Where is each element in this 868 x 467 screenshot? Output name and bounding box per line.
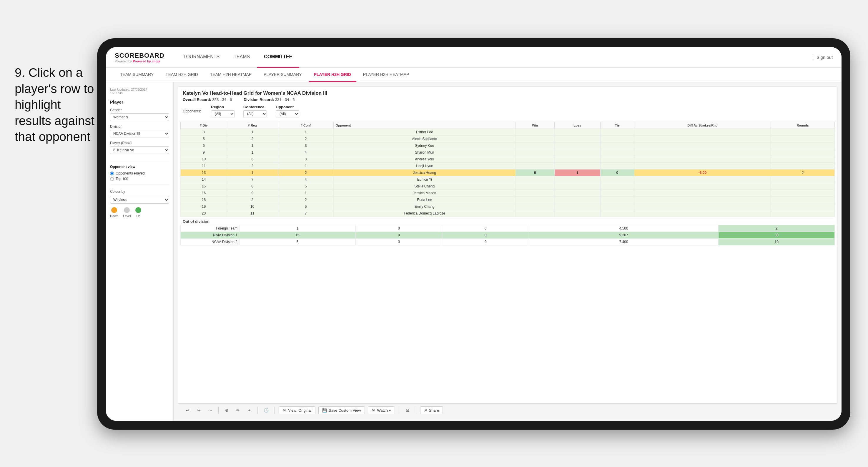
table-row[interactable]: 1822Euna Lee bbox=[181, 196, 835, 203]
sub-nav: TEAM SUMMARY TEAM H2H GRID TEAM H2H HEAT… bbox=[106, 68, 841, 83]
share-label: Share bbox=[429, 408, 439, 412]
col-win: Win bbox=[516, 122, 555, 129]
subnav-player-summary[interactable]: PLAYER SUMMARY bbox=[258, 67, 307, 82]
edit-button[interactable]: ✏ bbox=[234, 406, 242, 414]
table-row[interactable]: 914Sharon Mun bbox=[181, 149, 835, 156]
table-row[interactable]: 311Esther Lee bbox=[181, 129, 835, 136]
timestamp: Last Updated: 27/03/2024 16:55:38 bbox=[110, 88, 169, 95]
opponent-view-label: Opponent view bbox=[110, 165, 169, 169]
player-rank-select[interactable]: 8. Katelyn Vo bbox=[110, 146, 169, 154]
grid-header: Katelyn Vo Head-to-Head Grid for Women's… bbox=[178, 87, 837, 122]
table-row[interactable]: 1121Haeji Hyun bbox=[181, 163, 835, 169]
colour-by-select[interactable]: Win/loss bbox=[110, 196, 169, 204]
top-nav-right: | Sign out bbox=[812, 55, 833, 60]
colour-dots: Down Level Up bbox=[110, 207, 169, 218]
col-rounds: Rounds bbox=[771, 122, 835, 129]
subnav-player-h2h-heatmap[interactable]: PLAYER H2H HEATMAP bbox=[358, 67, 414, 82]
table-row[interactable]: 1474Eunice Yi bbox=[181, 176, 835, 183]
subnav-team-h2h-heatmap[interactable]: TEAM H2H HEATMAP bbox=[205, 67, 257, 82]
share-button[interactable]: ↗ Share bbox=[420, 406, 443, 414]
radio-opponents-played[interactable]: Opponents Played bbox=[110, 171, 169, 176]
player-section-title: Player bbox=[110, 99, 169, 104]
grid-panel: Katelyn Vo Head-to-Head Grid for Women's… bbox=[178, 87, 837, 403]
toolbar-sep5 bbox=[416, 407, 416, 414]
foreign-team-label: Foreign Team bbox=[181, 225, 240, 232]
gender-label: Gender bbox=[110, 108, 169, 112]
logo-powered: Powered by Powered by clippi bbox=[115, 59, 164, 63]
col-diff: Diff Av Strokes/Rnd bbox=[634, 122, 771, 129]
plus-button[interactable]: + bbox=[245, 406, 253, 414]
out-of-div-row-ncaa2[interactable]: NCAA Division 2 5 0 0 7.400 10 bbox=[181, 239, 835, 245]
division-select[interactable]: NCAA Division III NCAA Division I NCAA D… bbox=[110, 130, 169, 137]
radio-top100[interactable]: Top 100 bbox=[110, 177, 169, 181]
logo: SCOREBOARD Powered by Powered by clippi bbox=[115, 52, 164, 63]
add-button[interactable]: ⊕ bbox=[223, 406, 231, 414]
table-row[interactable]: 19106Emily Chang bbox=[181, 203, 835, 210]
ncaa2-label: NCAA Division 2 bbox=[181, 239, 240, 245]
subnav-team-h2h-grid[interactable]: TEAM H2H GRID bbox=[160, 67, 203, 82]
ncaa2-diff: 7.400 bbox=[529, 239, 718, 245]
table-row[interactable]: 1063Andrea York bbox=[181, 156, 835, 163]
tablet-screen: SCOREBOARD Powered by Powered by clippi … bbox=[106, 47, 841, 421]
watch-button[interactable]: 👁 Watch ▾ bbox=[368, 406, 395, 414]
out-of-div-row-naia1[interactable]: NAIA Division 1 15 0 0 9.267 30 bbox=[181, 232, 835, 239]
subnav-player-h2h-grid[interactable]: PLAYER H2H GRID bbox=[309, 67, 356, 82]
grid-records: Overall Record: 353 - 34 - 6 Division Re… bbox=[183, 97, 832, 102]
grid-icon[interactable]: ⊡ bbox=[403, 406, 412, 414]
naia1-loss: 0 bbox=[355, 232, 442, 239]
save-custom-view-button[interactable]: 💾 Save Custom View bbox=[318, 406, 365, 414]
division-label: Division bbox=[110, 124, 169, 129]
main-content: Last Updated: 27/03/2024 16:55:38 Player… bbox=[106, 83, 841, 421]
foreign-diff: 4.500 bbox=[529, 225, 718, 232]
toolbar-sep4 bbox=[399, 407, 399, 414]
subnav-team-summary[interactable]: TEAM SUMMARY bbox=[115, 67, 159, 82]
nav-tournaments[interactable]: TOURNAMENTS bbox=[176, 47, 226, 68]
sign-out-link[interactable]: Sign out bbox=[816, 55, 833, 60]
table-row[interactable]: 20117Federica Domecq Lacroze bbox=[181, 210, 835, 217]
step-number: 9. bbox=[15, 66, 25, 80]
bottom-toolbar: ↩ ↪ ⤳ ⊕ ✏ + 🕐 👁 View: Original 💾 bbox=[178, 403, 837, 417]
opponent-select[interactable]: (All) bbox=[276, 111, 299, 117]
colour-legend: Colour by Win/loss Down Level bbox=[110, 189, 169, 218]
nav-teams[interactable]: TEAMS bbox=[226, 47, 257, 68]
gender-select[interactable]: Women's Men's bbox=[110, 113, 169, 121]
toolbar-sep1 bbox=[218, 407, 219, 414]
nav-committee[interactable]: COMMITTEE bbox=[257, 47, 299, 68]
table-row[interactable]: 1585Stella Cheng bbox=[181, 183, 835, 190]
col-reg: # Reg bbox=[227, 122, 278, 129]
filter-region: Region (All) bbox=[211, 105, 235, 117]
conference-select[interactable]: (All) bbox=[243, 111, 267, 117]
naia1-tie: 0 bbox=[442, 232, 529, 239]
division-record: Division Record: 331 - 34 - 6 bbox=[244, 97, 294, 102]
out-of-div-table: Foreign Team 1 0 0 4.500 2 NAIA Division… bbox=[180, 225, 835, 245]
view-original-button[interactable]: 👁 View: Original bbox=[279, 406, 315, 414]
out-of-div-row-foreign[interactable]: Foreign Team 1 0 0 4.500 2 bbox=[181, 225, 835, 232]
naia1-diff: 9.267 bbox=[529, 232, 718, 239]
filter-conference: Conference (All) bbox=[243, 105, 267, 117]
save-icon: 💾 bbox=[322, 408, 327, 412]
forward-button[interactable]: ⤳ bbox=[206, 406, 214, 414]
ncaa2-tie: 0 bbox=[442, 239, 529, 245]
table-row[interactable]: 613Sydney Kuo bbox=[181, 143, 835, 149]
region-select[interactable]: (All) bbox=[211, 111, 235, 117]
table-row[interactable]: 522Alexis Sudjianto bbox=[181, 136, 835, 143]
watch-icon: 👁 bbox=[372, 408, 375, 412]
view-original-label: View: Original bbox=[288, 408, 312, 412]
ncaa2-loss: 0 bbox=[355, 239, 442, 245]
tablet-frame: SCOREBOARD Powered by Powered by clippi … bbox=[97, 38, 850, 430]
colour-by-label: Colour by bbox=[110, 189, 169, 194]
share-icon: ↗ bbox=[424, 408, 427, 412]
table-row[interactable]: 1691Jessica Mason bbox=[181, 190, 835, 196]
instruction-text: 9. Click on a player's row to highlight … bbox=[15, 65, 97, 145]
filter-row: Opponents: Region (All) Conference bbox=[183, 105, 832, 117]
instruction-body: Click on a player's row to highlight res… bbox=[15, 66, 94, 144]
dot-down: Down bbox=[110, 207, 118, 218]
data-table-container[interactable]: # Div # Reg # Conf Opponent Win Loss Tie… bbox=[178, 122, 837, 403]
table-row[interactable]: 1312Jessica Huang010-3.002 bbox=[181, 169, 835, 176]
undo-button[interactable]: ↩ bbox=[184, 406, 192, 414]
logo-text: SCOREBOARD bbox=[115, 52, 164, 59]
clock-button[interactable]: 🕐 bbox=[262, 406, 270, 414]
redo-button[interactable]: ↪ bbox=[195, 406, 203, 414]
watch-label: Watch ▾ bbox=[377, 408, 391, 412]
naia1-win: 15 bbox=[240, 232, 356, 239]
